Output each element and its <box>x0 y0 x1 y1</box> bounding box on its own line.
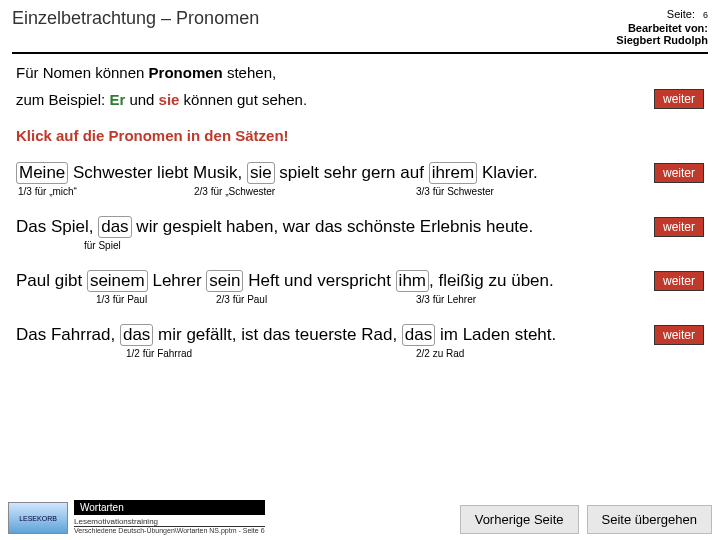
pronoun-box[interactable]: ihrem <box>429 162 478 184</box>
sentence-row: Das Spiel, das wir gespielt haben, war d… <box>16 216 704 238</box>
skip-page-button[interactable]: Seite übergehen <box>587 505 712 534</box>
page-info: Seite:6 Bearbeitet von:Siegbert Rudolph <box>616 8 708 46</box>
sentence-row: Das Fahrrad, das mir gefällt, ist das te… <box>16 324 704 346</box>
footer-tiny-1: Lesemotivationstraining <box>74 517 265 527</box>
hint: 1/2 für Fahrrad <box>126 348 192 359</box>
pronoun-box[interactable]: sein <box>206 270 243 292</box>
hint: 2/3 für „Schwester <box>194 186 275 197</box>
page-number: 6 <box>703 10 708 20</box>
hint: 1/3 für Paul <box>96 294 147 305</box>
hints-row: für Spiel <box>16 240 704 254</box>
pronoun-box[interactable]: seinem <box>87 270 148 292</box>
sentence: Paul gibt seinem Lehrer sein Heft und ve… <box>16 270 554 292</box>
hint: für Spiel <box>84 240 121 251</box>
sentence-row: Meine Schwester liebt Musik, sie spielt … <box>16 162 704 184</box>
pronoun-box[interactable]: das <box>120 324 153 346</box>
instruction: Klick auf die Pronomen in den Sätzen! <box>16 127 704 144</box>
page-label: Seite: <box>667 8 695 20</box>
intro-line-1: Für Nomen können Pronomen stehen, <box>16 64 704 81</box>
weiter-button[interactable]: weiter <box>654 217 704 237</box>
hints-row: 1/3 für Paul2/3 für Paul3/3 für Lehrer <box>16 294 704 308</box>
header: Einzelbetrachtung – Pronomen Seite:6 Bea… <box>0 0 720 50</box>
hint: 1/3 für „mich“ <box>18 186 77 197</box>
footer-tiny-2: Verschiedene Deutsch-Übungen\Wortarten N… <box>74 527 265 534</box>
sentences-container: Meine Schwester liebt Musik, sie spielt … <box>16 162 704 362</box>
sentence-row: Paul gibt seinem Lehrer sein Heft und ve… <box>16 270 704 292</box>
sentence: Das Spiel, das wir gespielt haben, war d… <box>16 216 533 238</box>
weiter-button[interactable]: weiter <box>654 163 704 183</box>
content: Für Nomen können Pronomen stehen, zum Be… <box>0 64 720 362</box>
sentence: Das Fahrrad, das mir gefällt, ist das te… <box>16 324 556 346</box>
wortarten-badge: Wortarten <box>74 500 265 515</box>
weiter-button[interactable]: weiter <box>654 89 704 109</box>
hint: 2/3 für Paul <box>216 294 267 305</box>
hint: 2/2 zu Rad <box>416 348 464 359</box>
hint: 3/3 für Schwester <box>416 186 494 197</box>
hints-row: 1/2 für Fahrrad2/2 zu Rad <box>16 348 704 362</box>
pronoun-box[interactable]: Meine <box>16 162 68 184</box>
page-title: Einzelbetrachtung – Pronomen <box>12 8 259 29</box>
pronoun-box[interactable]: das <box>98 216 131 238</box>
edited-by-label: Bearbeitet von: <box>628 22 708 34</box>
author-name: Siegbert Rudolph <box>616 34 708 46</box>
weiter-button[interactable]: weiter <box>654 325 704 345</box>
prev-page-button[interactable]: Vorherige Seite <box>460 505 579 534</box>
sentence: Meine Schwester liebt Musik, sie spielt … <box>16 162 538 184</box>
hints-row: 1/3 für „mich“2/3 für „Schwester3/3 für … <box>16 186 704 200</box>
weiter-button[interactable]: weiter <box>654 271 704 291</box>
intro-line-2: zum Beispiel: Er und sie können gut sehe… <box>16 91 307 108</box>
hint: 3/3 für Lehrer <box>416 294 476 305</box>
pronoun-box[interactable]: das <box>402 324 435 346</box>
header-divider <box>12 52 708 54</box>
logo: LESEKORB <box>8 502 68 534</box>
footer: LESEKORB Wortarten Lesemotivationstraini… <box>0 494 720 540</box>
pronoun-box[interactable]: ihm <box>396 270 429 292</box>
pronoun-box[interactable]: sie <box>247 162 275 184</box>
